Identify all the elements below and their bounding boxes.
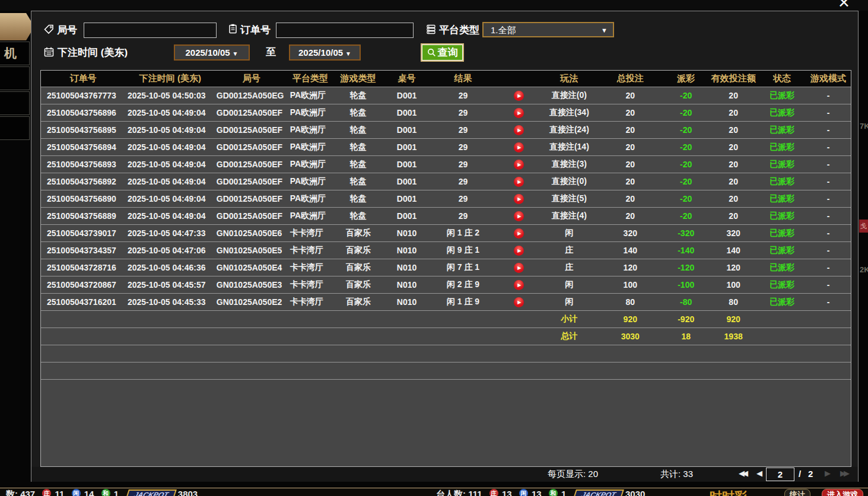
table-row: 251005043756893 2025-10-05 04:49:04 GD00… [41, 156, 851, 173]
cell-round: GD00125A050EF [215, 208, 288, 224]
replay-icon[interactable]: ▶ [514, 211, 524, 221]
cell-game-type: 轮盘 [333, 104, 384, 121]
background-fragment: 戋 [859, 220, 868, 233]
cell-platform: 卡卡湾厅 [288, 225, 333, 241]
first-page-button[interactable]: ◀◀ [739, 469, 746, 478]
cell-result: 29 [430, 156, 497, 173]
cell-platform: PA欧洲厅 [288, 208, 333, 224]
cell-total-bet: 80 [597, 294, 663, 310]
order-input[interactable] [276, 23, 414, 38]
cell-total-bet: 20 [597, 208, 663, 224]
table-row: 251005043756896 2025-10-05 04:49:04 GD00… [41, 104, 851, 122]
cell-valid-bet: 100 [708, 276, 758, 293]
cell-game-mode: - [806, 122, 851, 138]
col-game-type: 游戏类型 [333, 71, 384, 87]
cell-payout: -20 [663, 156, 708, 173]
close-icon[interactable]: ✕ [838, 0, 850, 11]
cell-result: 闲 7 庄 1 [430, 259, 497, 276]
col-status: 状态 [758, 71, 806, 87]
search-button[interactable]: 查询 [421, 43, 464, 62]
last-page-button[interactable]: ▶▶ [840, 469, 847, 478]
replay-icon[interactable]: ▶ [514, 125, 524, 135]
replay-icon[interactable]: ▶ [514, 280, 524, 290]
cell-order: 251005043756896 [41, 104, 125, 121]
cell-bet-time: 2025-10-05 04:46:36 [125, 259, 215, 276]
date-from-button[interactable]: 2025/10/05▼ [174, 44, 250, 61]
round-label: 局号 [57, 23, 77, 37]
sidebar-active-tab [0, 13, 34, 40]
cell-order: 251005043734357 [41, 242, 125, 259]
page-number-input[interactable]: 2 [766, 468, 794, 481]
table-row: 251005043756892 2025-10-05 04:49:04 GD00… [41, 173, 851, 190]
cell-platform: PA欧洲厅 [288, 156, 333, 173]
cell-total-bet: 20 [597, 104, 663, 121]
cell-game-mode: - [806, 104, 851, 121]
cell-valid-bet: 20 [708, 122, 758, 138]
cell-status: 已派彩 [758, 190, 806, 207]
cell-result: 29 [430, 122, 497, 138]
replay-icon[interactable]: ▶ [514, 228, 524, 239]
replay-icon[interactable]: ▶ [514, 142, 524, 152]
cell-game-mode: - [806, 156, 851, 173]
cell-bet-time: 2025-10-05 04:47:06 [125, 242, 215, 259]
game-name-fragment: 时时彩 [710, 488, 747, 496]
cell-play-type: 庄 [541, 242, 597, 259]
replay-icon[interactable]: ▶ [514, 194, 524, 204]
date-to-label: 至 [266, 45, 276, 59]
cell-play-type: 直接注(5) [541, 190, 597, 207]
cell-game-type: 轮盘 [333, 87, 384, 104]
background-bottom-strip: 数: 437 庄 11 闲 14 和 1 JACKPOT 3803 台人数: 1… [0, 488, 868, 496]
cell-result: 闲 1 庄 2 [430, 225, 497, 241]
jackpot-banner: JACKPOT [573, 489, 625, 496]
chevron-down-icon: ▼ [345, 50, 351, 57]
round-input[interactable] [84, 23, 217, 38]
cell-status: 已派彩 [758, 122, 806, 138]
cell-platform: PA欧洲厅 [288, 190, 333, 207]
cell-round: GD00125A050EF [215, 104, 288, 121]
table-row: 251005043734357 2025-10-05 04:47:06 GN01… [41, 242, 851, 259]
total-pages: 2 [808, 469, 813, 479]
next-page-button[interactable]: ▶ [825, 469, 828, 478]
cell-total-bet: 320 [597, 225, 663, 241]
cell-payout: -20 [663, 173, 708, 190]
cell-result: 闲 9 庄 1 [430, 242, 497, 259]
cell-valid-bet: 20 [708, 208, 758, 224]
cell-valid-bet: 320 [708, 225, 758, 241]
cell-game-mode: - [806, 242, 851, 259]
replay-icon[interactable]: ▶ [514, 177, 524, 187]
cell-game-type: 百家乐 [333, 276, 384, 293]
replay-icon[interactable]: ▶ [514, 246, 524, 256]
col-game-mode: 游戏模式 [806, 71, 851, 87]
cell-play-type: 直接注(14) [541, 139, 597, 155]
lobby-counter: 数: 437 庄 11 闲 14 和 1 JACKPOT 3803 [6, 489, 198, 496]
replay-icon[interactable]: ▶ [514, 108, 524, 118]
cell-table: D001 [384, 87, 430, 104]
prev-page-button[interactable]: ◀ [756, 469, 760, 478]
sidebar-item-label: 机 [4, 46, 17, 60]
cell-total-bet: 20 [597, 122, 663, 138]
search-button-label: 查询 [438, 46, 458, 59]
cell-payout: -320 [663, 225, 708, 241]
cell-round: GN01025A050E3 [215, 276, 288, 293]
cell-table: D001 [384, 122, 430, 138]
date-to-button[interactable]: 2025/10/05▼ [289, 44, 361, 61]
cell-bet-time: 2025-10-05 04:49:04 [125, 156, 215, 173]
col-bet-time: 下注时间 (美东) [125, 71, 215, 87]
cell-bet-time: 2025-10-05 04:49:04 [125, 173, 215, 190]
pagination-bar: 每页显示: 20 共计: 33 ◀◀ ◀ 2 / 2 ▶ ▶▶ [31, 467, 858, 482]
calendar-icon [43, 46, 55, 58]
cell-table: D001 [384, 156, 430, 173]
replay-icon[interactable]: ▶ [514, 263, 524, 273]
replay-icon[interactable]: ▶ [514, 91, 524, 101]
replay-icon[interactable]: ▶ [514, 160, 524, 170]
replay-icon[interactable]: ▶ [514, 297, 524, 307]
cell-platform: 卡卡湾厅 [288, 259, 333, 276]
subtotal-row: 小计 920 -920 920 [41, 311, 851, 328]
table-row: 251005043767773 2025-10-05 04:50:03 GD00… [41, 87, 851, 104]
cell-order: 251005043756895 [41, 122, 125, 138]
cell-status: 已派彩 [758, 173, 806, 190]
platform-select[interactable]: 1.全部 ▼ [482, 22, 614, 37]
table-row: 251005043756889 2025-10-05 04:49:04 GD00… [41, 208, 851, 225]
cell-table: N010 [384, 259, 430, 276]
cell-valid-bet: 120 [708, 259, 758, 276]
